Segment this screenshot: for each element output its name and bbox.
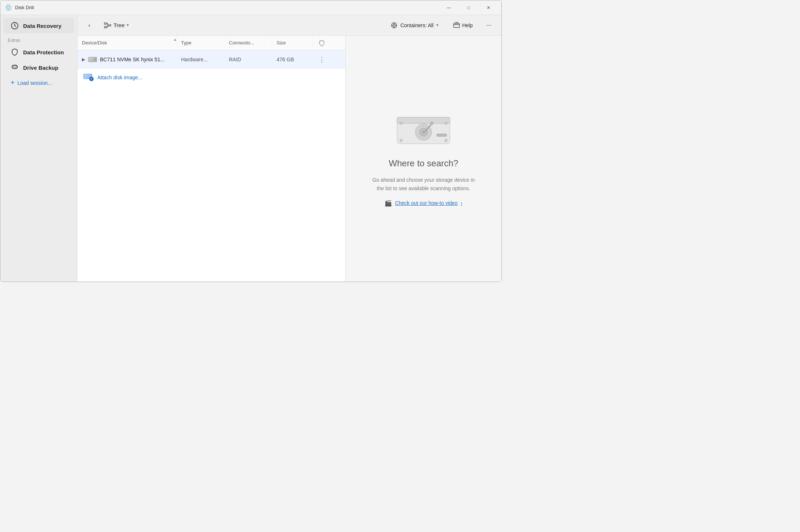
tree-label: Tree (113, 22, 125, 28)
cell-device: ▶ BC711 NVMe SK hynix 51... (78, 50, 177, 68)
window-controls: — □ ✕ (440, 2, 497, 13)
content-split: ▲ Device/Disk Type Connectio... Size (78, 36, 501, 282)
table-header: ▲ Device/Disk Type Connectio... Size (78, 36, 345, 50)
sidebar-item-data-protection[interactable]: Data Protection (3, 44, 74, 60)
svg-rect-3 (109, 25, 111, 26)
attach-plus-icon: + (89, 77, 94, 81)
tree-dropdown-icon: ▾ (127, 23, 129, 28)
how-to-video-link[interactable]: 🎬 Check out our how-to video › (385, 200, 462, 207)
attach-disk-row[interactable]: + Attach disk image... (78, 69, 345, 86)
cell-type: Hardware... (177, 50, 224, 68)
svg-rect-2 (104, 26, 107, 28)
load-session-label: Load session... (18, 80, 52, 86)
toolbar: ‹ Tree ▾ Containers: All (78, 15, 501, 36)
drive-backup-label: Drive Backup (23, 65, 58, 71)
svg-point-16 (400, 139, 402, 142)
col-header-protect (313, 36, 331, 50)
link-arrow-icon: › (461, 200, 462, 206)
help-label: Help (462, 22, 473, 28)
back-button[interactable]: ‹ (83, 19, 95, 31)
device-name: BC711 NVMe SK hynix 51... (100, 57, 165, 62)
plus-icon: + (11, 79, 15, 87)
titlebar: 💿 Disk Drill — □ ✕ (0, 0, 501, 15)
svg-point-14 (400, 122, 402, 124)
sort-arrow: ▲ (173, 37, 177, 41)
attach-disk-icon: + (83, 74, 94, 81)
drive-backup-icon (11, 64, 19, 72)
cell-size: 476 GB (272, 50, 313, 68)
right-panel: Where to search? Go ahead and choose you… (346, 36, 501, 282)
sidebar: Data Recovery Extras Data Protection Dri… (0, 15, 78, 282)
help-button[interactable]: Help (448, 20, 478, 31)
load-session-button[interactable]: + Load session... (3, 75, 74, 90)
col-connection-label: Connectio... (229, 40, 254, 46)
col-type-label: Type (181, 40, 191, 46)
sidebar-item-drive-backup[interactable]: Drive Backup (3, 60, 74, 75)
main-content: ‹ Tree ▾ Containers: All (78, 15, 501, 282)
col-header-device: Device/Disk (78, 36, 177, 50)
app-body: Data Recovery Extras Data Protection Dri… (0, 15, 501, 282)
containers-button[interactable]: Containers: All ▾ (386, 20, 444, 31)
svg-point-15 (445, 122, 447, 124)
app-title: Disk Drill (15, 5, 437, 10)
containers-label: Containers: All (400, 22, 433, 28)
maximize-button[interactable]: □ (460, 2, 477, 13)
disk-icon (88, 57, 97, 62)
table-row[interactable]: ▶ BC711 NVMe SK hynix 51... Hardware... … (78, 50, 345, 69)
help-icon (453, 22, 460, 29)
col-header-connection: Connectio... (224, 36, 272, 50)
svg-point-11 (422, 131, 425, 134)
extras-label: Extras (0, 33, 77, 44)
data-recovery-label: Data Recovery (23, 23, 61, 29)
more-button[interactable]: ··· (482, 19, 496, 32)
col-size-label: Size (277, 40, 286, 46)
col-device-label: Device/Disk (82, 40, 107, 46)
tree-button[interactable]: Tree ▾ (100, 19, 133, 31)
containers-icon (391, 22, 397, 29)
attach-disk-label: Attach disk image... (97, 75, 142, 80)
containers-dropdown-icon: ▾ (436, 23, 439, 28)
expand-arrow-icon: ▶ (82, 57, 85, 62)
data-recovery-icon (11, 22, 19, 30)
cell-actions: ⋮ (313, 50, 331, 68)
close-button[interactable]: ✕ (480, 2, 497, 13)
sidebar-item-data-recovery[interactable]: Data Recovery (3, 18, 74, 33)
svg-rect-6 (454, 23, 460, 28)
device-size: 476 GB (277, 57, 294, 62)
col-header-type: Type (177, 36, 224, 50)
minimize-button[interactable]: — (440, 2, 457, 13)
col-header-size: Size (272, 36, 313, 50)
video-icon: 🎬 (385, 200, 392, 207)
device-type: Hardware... (181, 57, 208, 62)
svg-rect-8 (397, 117, 450, 123)
svg-point-17 (445, 139, 447, 142)
svg-point-5 (393, 24, 395, 26)
how-to-link-label: Check out our how-to video (395, 200, 457, 206)
svg-point-13 (430, 122, 433, 125)
row-menu-button[interactable]: ⋮ (316, 54, 328, 65)
svg-rect-1 (104, 23, 107, 24)
app-icon: 💿 (5, 4, 12, 11)
shield-icon (318, 40, 325, 46)
hdd-illustration (390, 111, 457, 147)
tree-icon (104, 22, 111, 29)
right-panel-description: Go ahead and choose your storage device … (372, 176, 475, 192)
device-connection: RAID (229, 57, 241, 62)
device-panel: ▲ Device/Disk Type Connectio... Size (78, 36, 346, 282)
data-protection-icon (11, 48, 19, 56)
cell-connection: RAID (224, 50, 272, 68)
svg-rect-18 (437, 134, 447, 137)
right-panel-title: Where to search? (389, 158, 458, 169)
data-protection-label: Data Protection (23, 49, 64, 55)
